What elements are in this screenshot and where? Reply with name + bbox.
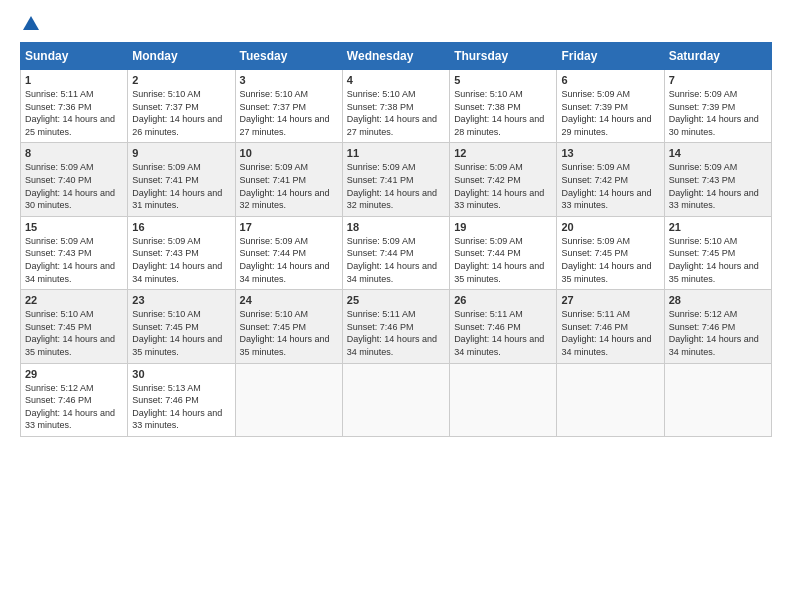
day-number: 20 [561, 221, 659, 233]
day-cell: 25Sunrise: 5:11 AMSunset: 7:46 PMDayligh… [342, 290, 449, 363]
day-number: 30 [132, 368, 230, 380]
day-cell: 13Sunrise: 5:09 AMSunset: 7:42 PMDayligh… [557, 143, 664, 216]
day-number: 12 [454, 147, 552, 159]
day-cell: 18Sunrise: 5:09 AMSunset: 7:44 PMDayligh… [342, 216, 449, 289]
day-info: Sunrise: 5:11 AMSunset: 7:36 PMDaylight:… [25, 88, 123, 138]
col-header-sunday: Sunday [21, 43, 128, 70]
day-cell: 3Sunrise: 5:10 AMSunset: 7:37 PMDaylight… [235, 70, 342, 143]
week-row-2: 8Sunrise: 5:09 AMSunset: 7:40 PMDaylight… [21, 143, 772, 216]
day-cell: 5Sunrise: 5:10 AMSunset: 7:38 PMDaylight… [450, 70, 557, 143]
day-number: 14 [669, 147, 767, 159]
col-header-wednesday: Wednesday [342, 43, 449, 70]
day-cell: 1Sunrise: 5:11 AMSunset: 7:36 PMDaylight… [21, 70, 128, 143]
day-cell [557, 363, 664, 436]
day-cell: 29Sunrise: 5:12 AMSunset: 7:46 PMDayligh… [21, 363, 128, 436]
day-cell: 12Sunrise: 5:09 AMSunset: 7:42 PMDayligh… [450, 143, 557, 216]
day-info: Sunrise: 5:10 AMSunset: 7:45 PMDaylight:… [132, 308, 230, 358]
day-number: 28 [669, 294, 767, 306]
day-number: 24 [240, 294, 338, 306]
day-number: 19 [454, 221, 552, 233]
day-cell [664, 363, 771, 436]
day-cell: 21Sunrise: 5:10 AMSunset: 7:45 PMDayligh… [664, 216, 771, 289]
col-header-tuesday: Tuesday [235, 43, 342, 70]
day-number: 18 [347, 221, 445, 233]
day-cell: 9Sunrise: 5:09 AMSunset: 7:41 PMDaylight… [128, 143, 235, 216]
day-cell: 30Sunrise: 5:13 AMSunset: 7:46 PMDayligh… [128, 363, 235, 436]
day-cell: 20Sunrise: 5:09 AMSunset: 7:45 PMDayligh… [557, 216, 664, 289]
col-header-saturday: Saturday [664, 43, 771, 70]
day-cell: 26Sunrise: 5:11 AMSunset: 7:46 PMDayligh… [450, 290, 557, 363]
week-row-1: 1Sunrise: 5:11 AMSunset: 7:36 PMDaylight… [21, 70, 772, 143]
day-number: 2 [132, 74, 230, 86]
day-info: Sunrise: 5:10 AMSunset: 7:45 PMDaylight:… [240, 308, 338, 358]
day-info: Sunrise: 5:09 AMSunset: 7:44 PMDaylight:… [347, 235, 445, 285]
day-cell: 11Sunrise: 5:09 AMSunset: 7:41 PMDayligh… [342, 143, 449, 216]
day-number: 9 [132, 147, 230, 159]
day-info: Sunrise: 5:10 AMSunset: 7:45 PMDaylight:… [25, 308, 123, 358]
day-number: 4 [347, 74, 445, 86]
day-number: 10 [240, 147, 338, 159]
logo-triangle-icon [23, 16, 39, 30]
day-number: 16 [132, 221, 230, 233]
col-header-monday: Monday [128, 43, 235, 70]
day-info: Sunrise: 5:13 AMSunset: 7:46 PMDaylight:… [132, 382, 230, 432]
day-cell: 14Sunrise: 5:09 AMSunset: 7:43 PMDayligh… [664, 143, 771, 216]
day-info: Sunrise: 5:09 AMSunset: 7:45 PMDaylight:… [561, 235, 659, 285]
day-number: 21 [669, 221, 767, 233]
day-info: Sunrise: 5:12 AMSunset: 7:46 PMDaylight:… [669, 308, 767, 358]
day-info: Sunrise: 5:10 AMSunset: 7:45 PMDaylight:… [669, 235, 767, 285]
day-number: 25 [347, 294, 445, 306]
day-cell: 19Sunrise: 5:09 AMSunset: 7:44 PMDayligh… [450, 216, 557, 289]
day-number: 26 [454, 294, 552, 306]
day-info: Sunrise: 5:11 AMSunset: 7:46 PMDaylight:… [454, 308, 552, 358]
day-cell [342, 363, 449, 436]
logo-text [20, 16, 39, 32]
day-number: 27 [561, 294, 659, 306]
day-cell: 7Sunrise: 5:09 AMSunset: 7:39 PMDaylight… [664, 70, 771, 143]
day-info: Sunrise: 5:09 AMSunset: 7:42 PMDaylight:… [454, 161, 552, 211]
day-number: 3 [240, 74, 338, 86]
day-cell: 15Sunrise: 5:09 AMSunset: 7:43 PMDayligh… [21, 216, 128, 289]
day-number: 8 [25, 147, 123, 159]
day-number: 15 [25, 221, 123, 233]
day-info: Sunrise: 5:10 AMSunset: 7:37 PMDaylight:… [132, 88, 230, 138]
day-number: 11 [347, 147, 445, 159]
day-info: Sunrise: 5:09 AMSunset: 7:43 PMDaylight:… [132, 235, 230, 285]
day-info: Sunrise: 5:10 AMSunset: 7:38 PMDaylight:… [347, 88, 445, 138]
calendar-table: SundayMondayTuesdayWednesdayThursdayFrid… [20, 42, 772, 437]
day-number: 17 [240, 221, 338, 233]
week-row-4: 22Sunrise: 5:10 AMSunset: 7:45 PMDayligh… [21, 290, 772, 363]
day-info: Sunrise: 5:09 AMSunset: 7:42 PMDaylight:… [561, 161, 659, 211]
day-info: Sunrise: 5:09 AMSunset: 7:44 PMDaylight:… [240, 235, 338, 285]
day-cell: 27Sunrise: 5:11 AMSunset: 7:46 PMDayligh… [557, 290, 664, 363]
day-cell: 24Sunrise: 5:10 AMSunset: 7:45 PMDayligh… [235, 290, 342, 363]
day-cell: 8Sunrise: 5:09 AMSunset: 7:40 PMDaylight… [21, 143, 128, 216]
day-cell: 16Sunrise: 5:09 AMSunset: 7:43 PMDayligh… [128, 216, 235, 289]
header [20, 16, 772, 32]
day-info: Sunrise: 5:10 AMSunset: 7:37 PMDaylight:… [240, 88, 338, 138]
day-info: Sunrise: 5:09 AMSunset: 7:43 PMDaylight:… [669, 161, 767, 211]
day-info: Sunrise: 5:09 AMSunset: 7:40 PMDaylight:… [25, 161, 123, 211]
day-info: Sunrise: 5:11 AMSunset: 7:46 PMDaylight:… [347, 308, 445, 358]
col-header-friday: Friday [557, 43, 664, 70]
week-row-5: 29Sunrise: 5:12 AMSunset: 7:46 PMDayligh… [21, 363, 772, 436]
day-number: 29 [25, 368, 123, 380]
day-info: Sunrise: 5:09 AMSunset: 7:43 PMDaylight:… [25, 235, 123, 285]
day-info: Sunrise: 5:09 AMSunset: 7:41 PMDaylight:… [132, 161, 230, 211]
col-header-thursday: Thursday [450, 43, 557, 70]
day-cell: 22Sunrise: 5:10 AMSunset: 7:45 PMDayligh… [21, 290, 128, 363]
week-row-3: 15Sunrise: 5:09 AMSunset: 7:43 PMDayligh… [21, 216, 772, 289]
day-cell: 4Sunrise: 5:10 AMSunset: 7:38 PMDaylight… [342, 70, 449, 143]
day-number: 6 [561, 74, 659, 86]
day-info: Sunrise: 5:09 AMSunset: 7:44 PMDaylight:… [454, 235, 552, 285]
day-info: Sunrise: 5:11 AMSunset: 7:46 PMDaylight:… [561, 308, 659, 358]
day-info: Sunrise: 5:09 AMSunset: 7:39 PMDaylight:… [669, 88, 767, 138]
day-cell [235, 363, 342, 436]
page: SundayMondayTuesdayWednesdayThursdayFrid… [0, 0, 792, 612]
day-number: 23 [132, 294, 230, 306]
logo [20, 16, 39, 32]
day-cell: 28Sunrise: 5:12 AMSunset: 7:46 PMDayligh… [664, 290, 771, 363]
day-number: 13 [561, 147, 659, 159]
day-number: 5 [454, 74, 552, 86]
day-info: Sunrise: 5:09 AMSunset: 7:41 PMDaylight:… [240, 161, 338, 211]
